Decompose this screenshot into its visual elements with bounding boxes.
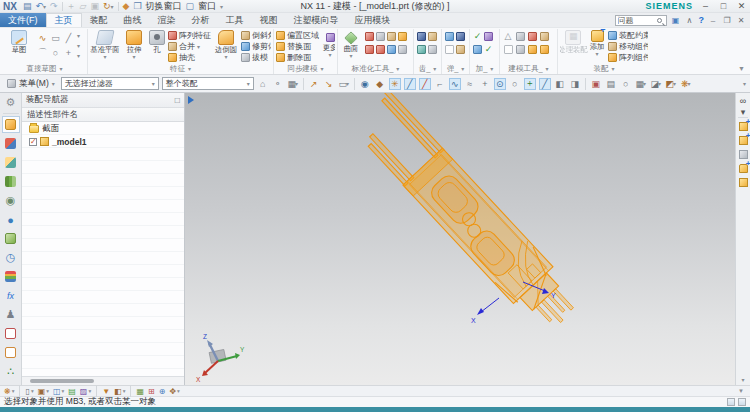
copy-icon[interactable]: ▱ [80,1,87,11]
command-search-input[interactable] [616,16,656,25]
minimize-ribbon-icon[interactable]: ∧ [685,16,695,25]
new-parent-icon[interactable] [737,163,749,174]
process-assembly-button[interactable]: 处理装配 [560,30,586,54]
grid-icon[interactable]: ▦ [136,387,144,396]
tab-file[interactable]: 文件(F) [0,13,46,27]
panel-collapse-arrow[interactable] [188,96,194,104]
snap-enable-icon[interactable]: ✳ [389,78,401,90]
modeling-tool-icon-6[interactable] [516,45,525,54]
history-icon[interactable] [2,230,20,247]
save-icon[interactable]: ▤ [23,1,32,11]
child-minimize-icon[interactable]: – [708,16,718,25]
switch-window-button[interactable]: 切换窗口 [146,0,182,13]
panel-undock-icon[interactable]: □ [175,95,180,105]
relations-icon[interactable]: ∴ [2,363,20,380]
cut-icon[interactable]: ＋ [67,0,76,13]
search-icon[interactable] [657,18,662,23]
tab-application[interactable]: 应用模块 [347,13,399,27]
filter-view-icon[interactable]: ▼ [102,387,110,396]
shortcut-bar-overflow-arrow[interactable]: ▼ [738,388,746,394]
edge-blend-button[interactable]: 边倒圆▾ [213,30,239,61]
modeling-tool-icon-3[interactable] [528,32,537,41]
region-select-icon[interactable]: ▭▾ [338,78,350,90]
spring-tool-icon-2[interactable] [456,32,465,41]
spring-tool-icon-1[interactable] [445,32,454,41]
help-icon[interactable]: ? [699,15,705,25]
scene-navigator-icon[interactable] [2,325,20,342]
snap-point-icon[interactable]: ＋ [524,78,536,90]
snap-spline-icon[interactable]: ∿ [449,78,461,90]
child-restore-icon[interactable]: ❐ [722,16,732,25]
arc-icon[interactable]: ⌒ [38,46,47,59]
show-hide-icon[interactable]: ∞ [737,95,749,106]
render-mode-icon[interactable]: ◫▾ [53,387,64,396]
tab-curve[interactable]: 曲线 [116,13,150,27]
bottom-selection-icon[interactable]: ↘ [323,78,335,90]
surface-button[interactable]: 曲面▾ [340,30,362,60]
window-split-icon[interactable]: ⊞ [148,387,155,396]
modeling-tool-icon-4[interactable] [540,32,549,41]
group-arrow-standard[interactable]: ▾ [396,65,399,72]
graphics-window[interactable]: X Y Z Y X [185,93,735,385]
gear-tool-icon-4[interactable] [428,45,437,54]
tab-tools[interactable]: 工具 [218,13,252,27]
tree-row-sections[interactable]: 截面 [22,122,184,135]
command-finder[interactable] [615,15,667,26]
view-cube-icon[interactable]: ▣▾ [38,387,49,396]
rotate-view-icon[interactable]: ○ [620,78,632,90]
tab-render[interactable]: 渲染 [150,13,184,27]
minimize-button[interactable]: – [700,1,711,11]
window-menu-button[interactable]: 窗口 [198,0,216,13]
unite-button[interactable]: 合并▾ [168,41,211,52]
zoom-extents-icon[interactable]: ⊕ [159,387,166,396]
tree-row-model1[interactable]: _model1 [22,135,184,148]
resource-options-icon[interactable]: ⚙ [2,94,20,111]
component-icon[interactable] [737,177,749,188]
windows-icon[interactable] [2,344,20,361]
palettes-icon[interactable] [2,268,20,285]
line-icon[interactable]: ╱ [66,33,71,43]
clip-section-icon[interactable]: ◧▾ [114,387,125,396]
snap-pole-icon[interactable]: ⌐ [434,78,446,90]
hole-button[interactable]: 孔 [148,30,166,54]
show-hide-dropdown-arrow[interactable]: ▾ [737,109,749,114]
mach-tool-icon-2[interactable] [484,32,493,41]
draft-button[interactable]: 拔模 [241,52,271,63]
group-arrow-machining[interactable]: ▾ [490,65,493,72]
mach-tool-icon-3[interactable] [473,45,482,54]
status-dialog-icon[interactable] [727,398,735,406]
extrude-button[interactable]: 拉伸▾ [122,30,146,61]
offset-region-button[interactable]: 偏置区域 [276,30,319,41]
tab-analysis[interactable]: 分析 [184,13,218,27]
group-arrow-assembly[interactable]: ▾ [611,65,614,72]
panel-hscrollbar[interactable] [22,376,184,385]
shade-select-icon[interactable]: ◆ [374,78,386,90]
trim-body-button[interactable]: 修剪体 [241,41,271,52]
window-view-icon[interactable]: ◩▾ [665,78,677,90]
process-studio-icon[interactable]: ◷ [2,249,20,266]
pattern-component-button[interactable]: 阵列组件 [608,52,648,63]
move-component-button[interactable]: 移动组件 [608,41,648,52]
close-button[interactable]: ✕ [736,1,747,11]
assembly-navigator-icon[interactable] [2,116,20,133]
highlight-icon[interactable]: ◉ [359,78,371,90]
deselect-icon[interactable]: ⚬ [272,78,284,90]
snap-quadrant-icon[interactable]: ○ [509,78,521,90]
selection-scope-dropdown[interactable]: 整个装配▾ [162,77,254,90]
datum-plane-button[interactable]: 基准平面▾ [90,30,120,61]
touch-mode-icon[interactable]: ◆ [123,1,130,11]
circle-icon[interactable]: ○ [53,48,58,58]
mach-tool-icon-4[interactable]: ✓ [485,45,493,54]
chamfer-button[interactable]: 倒斜角 [241,30,271,41]
std-tool-icon-6[interactable] [376,45,385,54]
group-arrow-modeling-tools[interactable]: ▾ [546,65,549,72]
point-dropdown-arrow[interactable]: ▾ [77,52,80,59]
snap-curve-icon[interactable]: ≈ [464,78,476,90]
window-icon[interactable]: ▢ [186,1,195,11]
effects-icon[interactable]: ▨▾ [80,387,91,396]
group-arrow-gear[interactable]: ▾ [433,65,436,72]
child-close-icon[interactable]: ✕ [736,16,746,25]
modeling-tool-icon-5[interactable] [504,45,513,54]
hd3d-tools-icon[interactable]: ◉ [2,192,20,209]
gear-tool-icon-2[interactable] [428,32,437,41]
